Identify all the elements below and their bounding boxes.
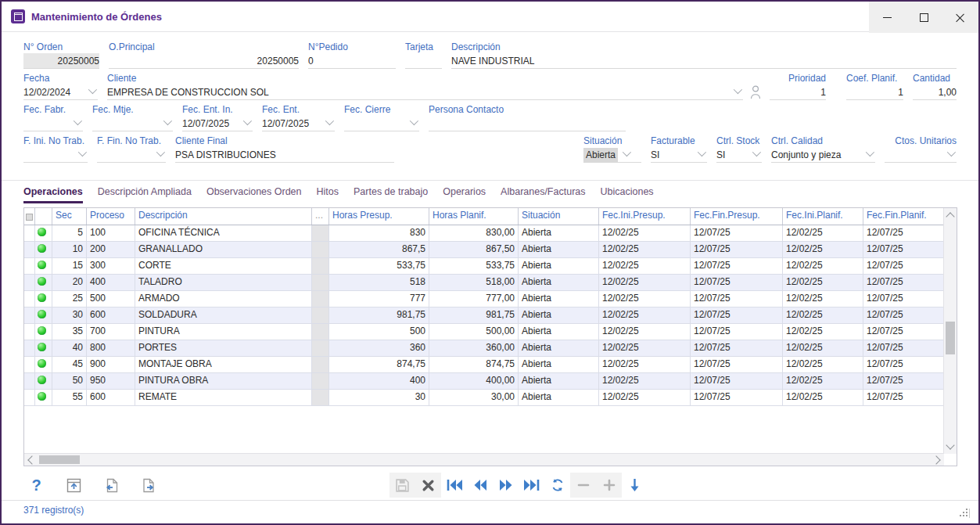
cell-proceso[interactable]: 800 — [87, 340, 135, 356]
cell-fec-fin-planif[interactable]: 12/07/25 — [863, 324, 944, 340]
cliente-input[interactable]: EMPRESA DE CONSTRUCCION SOL — [107, 85, 743, 100]
scroll-up-icon[interactable] — [946, 212, 954, 221]
cell-proceso[interactable]: 600 — [87, 307, 135, 323]
select-all-icon[interactable] — [26, 214, 33, 221]
table-row[interactable]: 5100OFICINA TÉCNICA830830,00Abierta12/02… — [24, 225, 944, 242]
cell-fec-fin-planif[interactable]: 12/07/25 — [863, 390, 944, 405]
column-header-horas-presup[interactable]: Horas Presup. — [329, 208, 429, 225]
cell-horas-planif[interactable]: 518,00 — [429, 275, 519, 290]
cell-descripcion[interactable]: PORTES — [135, 340, 312, 356]
add-row-button[interactable] — [596, 473, 622, 498]
chevron-down-icon[interactable] — [325, 117, 334, 125]
row-more-cell[interactable] — [312, 225, 329, 241]
column-header-select-all[interactable] — [24, 208, 35, 225]
cell-horas-presup[interactable]: 360 — [329, 340, 429, 356]
cell-situacion[interactable]: Abierta — [519, 225, 599, 241]
descripcion-input[interactable]: NAVE INDUSTRIAL — [451, 53, 957, 69]
fec-mtje-input[interactable] — [92, 116, 173, 131]
scroll-left-icon[interactable] — [27, 455, 36, 464]
ctos-unitarios-select[interactable] — [885, 147, 957, 163]
cell-fec-fin-presup[interactable]: 12/07/25 — [691, 373, 783, 389]
resize-grip[interactable] — [960, 509, 971, 518]
o-principal-input[interactable]: 20250005 — [109, 53, 299, 69]
cell-fec-fin-presup[interactable]: 12/07/25 — [691, 357, 783, 372]
chevron-down-icon[interactable] — [866, 148, 874, 156]
column-header-more[interactable]: ... — [312, 208, 329, 225]
column-header-proceso[interactable]: Proceso — [87, 208, 135, 225]
row-select-cell[interactable] — [24, 242, 35, 257]
scroll-right-icon[interactable] — [932, 455, 940, 464]
row-status-cell[interactable] — [35, 340, 52, 356]
cell-descripcion[interactable]: PINTURA OBRA — [135, 373, 312, 389]
tab-albaranes-facturas[interactable]: Albaranes/Facturas — [501, 186, 585, 203]
cell-fec-ini-planif[interactable]: 12/02/25 — [783, 242, 863, 257]
vertical-scroll-thumb[interactable] — [946, 322, 955, 354]
table-row[interactable]: 45900MONTAJE OBRA874,75874,75Abierta12/0… — [24, 357, 944, 373]
cell-situacion[interactable]: Abierta — [519, 390, 599, 405]
row-select-cell[interactable] — [24, 324, 35, 340]
fec-cierre-input[interactable] — [344, 116, 419, 131]
column-header-descripcion[interactable]: Descripción — [135, 208, 312, 225]
cell-descripcion[interactable]: PINTURA — [135, 324, 312, 340]
cell-sec[interactable]: 35 — [52, 324, 87, 340]
chevron-down-icon[interactable] — [734, 85, 742, 94]
cell-horas-presup[interactable]: 867,5 — [329, 242, 429, 257]
cell-horas-planif[interactable]: 874,75 — [429, 357, 519, 372]
cell-horas-presup[interactable]: 874,75 — [329, 357, 429, 372]
cell-horas-presup[interactable]: 518 — [329, 275, 429, 290]
column-header-fec-fin-presup[interactable]: Fec.Fin.Presup. — [691, 208, 783, 225]
cell-descripcion[interactable]: ARMADO — [135, 291, 312, 307]
cell-fec-fin-presup[interactable]: 12/07/25 — [691, 307, 783, 323]
cell-descripcion[interactable]: REMATE — [135, 390, 312, 405]
chevron-down-icon[interactable] — [623, 148, 631, 156]
cell-fec-ini-presup[interactable]: 12/02/25 — [599, 291, 691, 307]
cell-proceso[interactable]: 600 — [87, 390, 135, 405]
cell-situacion[interactable]: Abierta — [519, 324, 599, 340]
chevron-down-icon[interactable] — [156, 148, 165, 156]
row-status-cell[interactable] — [35, 357, 52, 372]
table-row[interactable]: 55600REMATE3030,00Abierta12/02/2512/07/2… — [24, 390, 944, 406]
save-button[interactable] — [389, 473, 415, 498]
cell-fec-fin-presup[interactable]: 12/07/25 — [691, 242, 783, 257]
cell-fec-fin-planif[interactable]: 12/07/25 — [863, 307, 944, 323]
row-select-cell[interactable] — [24, 340, 35, 356]
cell-fec-ini-presup[interactable]: 12/02/25 — [599, 258, 691, 274]
cell-sec[interactable]: 50 — [52, 373, 87, 389]
tab-ubicaciones[interactable]: Ubicaciones — [601, 186, 654, 203]
cell-fec-ini-planif[interactable]: 12/02/25 — [783, 307, 863, 323]
cell-horas-presup[interactable]: 533,75 — [329, 258, 429, 274]
row-more-cell[interactable] — [312, 324, 329, 340]
column-header-horas-planif[interactable]: Horas Planif. — [429, 208, 519, 225]
cell-proceso[interactable]: 700 — [87, 324, 135, 340]
cell-horas-presup[interactable]: 500 — [329, 324, 429, 340]
export-document-button[interactable] — [136, 473, 162, 498]
row-more-cell[interactable] — [312, 307, 329, 323]
row-status-cell[interactable] — [35, 225, 52, 241]
cell-descripcion[interactable]: GRANALLADO — [135, 242, 312, 257]
cell-fec-ini-presup[interactable]: 12/02/25 — [599, 373, 691, 389]
cell-descripcion[interactable]: MONTAJE OBRA — [135, 357, 312, 372]
chevron-down-icon[interactable] — [947, 148, 956, 156]
cell-sec[interactable]: 40 — [52, 340, 87, 356]
cell-fec-fin-presup[interactable]: 12/07/25 — [691, 390, 783, 405]
chevron-down-icon[interactable] — [752, 148, 761, 156]
cell-horas-presup[interactable]: 830 — [329, 225, 429, 241]
cell-fec-ini-planif[interactable]: 12/02/25 — [783, 225, 863, 241]
cell-fec-ini-planif[interactable]: 12/02/25 — [783, 357, 863, 372]
cell-sec[interactable]: 45 — [52, 357, 87, 372]
row-select-cell[interactable] — [24, 258, 35, 274]
table-row[interactable]: 25500ARMADO777777,00Abierta12/02/2512/07… — [24, 291, 944, 307]
row-select-cell[interactable] — [24, 225, 35, 241]
tab-operarios[interactable]: Operarios — [443, 186, 486, 203]
cell-proceso[interactable]: 200 — [87, 242, 135, 257]
cancel-button[interactable] — [415, 473, 441, 498]
cell-horas-planif[interactable]: 30,00 — [429, 390, 519, 405]
row-more-cell[interactable] — [312, 357, 329, 372]
import-document-button[interactable] — [99, 473, 124, 498]
row-select-cell[interactable] — [24, 373, 35, 389]
row-select-cell[interactable] — [24, 390, 35, 405]
row-status-cell[interactable] — [35, 324, 52, 340]
tarjeta-input[interactable] — [405, 53, 442, 69]
tab-descripci-n-ampliada[interactable]: Descripción Ampliada — [98, 186, 192, 203]
table-row[interactable]: 20400TALADRO518518,00Abierta12/02/2512/0… — [24, 275, 944, 291]
